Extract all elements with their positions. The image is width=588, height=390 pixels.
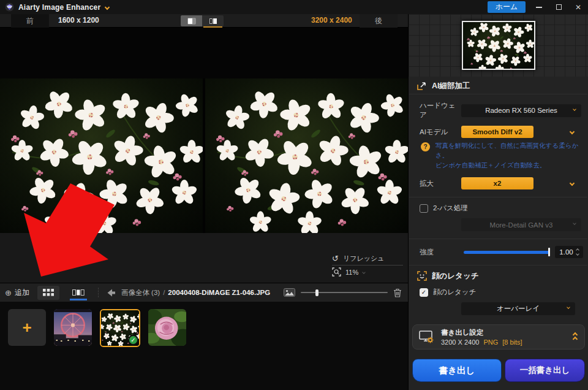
ai-enhance-icon [417,81,427,91]
back-arrow-icon[interactable] [107,289,116,297]
split-view-button[interactable] [202,15,224,26]
zoom-caret-icon [362,270,366,274]
home-button[interactable]: ホーム [488,1,526,13]
ai-model-caret-icon[interactable] [570,129,575,134]
hardware-select[interactable]: Radeon RX 560 Series [461,104,581,117]
export-buttons: 書き出し 一括書き出し [409,350,588,382]
spin-down-icon [576,252,579,256]
model-description: ? 写真を鮮明化にして、自然に高画質化する柔らかさ。 ピンボケ自動補正＋ノイズ自… [409,138,588,170]
model-desc-line1: 写真を鮮明化にして、自然に高画質化する柔らかさ。 [435,141,582,161]
before-size-label: 1600 x 1200 [58,16,99,25]
filmstrip-view-button[interactable] [67,286,89,300]
thumbnail-cherry-blossom-selected[interactable]: ✓ [100,309,140,347]
add-thumbnail-tile[interactable]: + [8,309,46,346]
bottom-toolbar: ⊕ 追加 画像全体 (3) / [0,283,408,302]
divider [409,265,587,266]
face-mode-caret-icon [567,305,570,309]
ai-model-row: AIモデル Smooth Diff v2 [409,126,588,138]
compare-photos [0,78,408,233]
grid-view-button[interactable] [37,286,59,300]
refresh-control[interactable]: ↺ リフレッシュ [332,252,403,265]
two-pass-caret-icon [573,221,576,225]
export-bit-depth: [8 bits] [502,338,522,346]
section-face-retouch[interactable]: 顔のレタッチ [409,268,588,284]
minimize-button[interactable] [529,0,549,14]
section-ai-enhance[interactable]: AI細部加工 [409,78,588,94]
face-checkbox-label: 顔のレタッチ [433,288,476,297]
zoom-icon [332,267,341,277]
model-desc-line2: ピンボケ自動補正＋ノイズ自動除去。 [435,161,582,170]
face-retouch-checkbox[interactable]: ✓ [420,288,428,297]
close-icon: ✕ [575,3,581,12]
grid-view-icon [43,289,54,296]
close-button[interactable]: ✕ [568,0,588,14]
image-viewer[interactable]: ↺ リフレッシュ 11% [0,28,408,283]
scale-pill[interactable]: x2 [461,177,533,189]
toolbar-right-group [284,288,402,297]
app-menu-caret-icon[interactable] [105,4,110,9]
viewer-header: 前 1600 x 1200 3200 x 2400 後 [0,14,408,28]
strength-spinner[interactable] [576,249,579,255]
titlebar: Aiarty Image Enhancer ホーム ✕ [0,0,588,14]
single-view-icon [187,18,196,25]
strength-label: 強度 [420,248,461,257]
maximize-button[interactable] [549,0,568,14]
thumbnail-size-slider[interactable] [301,288,388,297]
preview-thumbnail[interactable] [462,21,535,70]
two-pass-row: 2-パス処理 [409,204,588,213]
export-dimensions: 3200 X 2400 [441,338,479,346]
strength-slider-handle[interactable] [548,248,550,256]
hardware-row: ハードウェア Radeon RX 560 Series [409,101,588,120]
plus-icon: + [22,319,31,335]
strength-value-box[interactable]: 1.00 [555,246,583,258]
add-label: 追加 [15,288,29,298]
thumbnail-rose[interactable] [148,309,186,346]
face-mode-select[interactable]: オーバーレイ [461,302,575,315]
refresh-label: リフレッシュ [343,254,385,263]
hardware-label: ハードウェア [420,101,461,120]
scale-label: 拡大 [420,179,461,188]
thumbnail-size-icon [284,288,295,297]
two-pass-checkbox[interactable] [420,204,428,213]
divider [409,197,587,197]
filmstrip-active-underline [70,299,87,300]
settings-sidebar: AI細部加工 ハードウェア Radeon RX 560 Series AIモデル… [408,14,588,390]
export-settings-title: 書き出し設定 [441,328,522,337]
toolbar-divider [98,288,99,297]
single-view-button[interactable] [181,15,202,26]
before-image[interactable] [0,78,203,233]
slider-handle[interactable] [315,289,318,296]
minimize-icon [536,7,542,8]
export-area: 書き出し設定 3200 X 2400 PNG [8 bits] 書き出し 一括書… [409,323,588,390]
collapse-chevrons-icon[interactable] [573,333,577,341]
export-settings-card[interactable]: 書き出し設定 3200 X 2400 PNG [8 bits] [412,324,585,350]
zoom-control[interactable]: 11% [332,266,403,278]
two-pass-model-row: More-Detail GAN v3 [409,218,588,231]
add-circle-icon: ⊕ [5,289,12,297]
two-pass-model-select[interactable]: More-Detail GAN v3 [461,218,581,231]
viewer-tools: ↺ リフレッシュ 11% [332,252,403,278]
ai-model-pill[interactable]: Smooth Diff v2 [461,126,533,138]
breadcrumb-all-images[interactable]: 画像全体 (3) [121,288,160,297]
after-image[interactable] [205,78,408,233]
help-icon[interactable]: ? [421,142,430,151]
add-image-button[interactable]: ⊕ 追加 [5,288,29,298]
export-settings-icon [419,330,435,345]
export-button[interactable]: 書き出し [412,359,502,382]
strength-row: 強度 1.00 [409,246,588,258]
strength-slider[interactable] [464,248,549,256]
batch-export-button[interactable]: 一括書き出し [505,359,585,382]
viewer-column: 前 1600 x 1200 3200 x 2400 後 [0,14,408,390]
thumbnail-strip: + ✓ [0,302,408,390]
face-checkbox-row: ✓ 顔のレタッチ [409,288,588,297]
thumbnail-ferris-wheel[interactable] [54,309,92,346]
maximize-icon [556,4,562,10]
tab-after[interactable]: 後 [360,14,398,28]
trash-icon[interactable] [393,288,402,297]
face-mode-value: オーバーレイ [497,304,540,313]
filmstrip-view-icon [72,289,85,296]
tab-before[interactable]: 前 [11,14,49,28]
slider-track [301,292,388,293]
strength-slider-track [464,251,549,254]
scale-caret-icon[interactable] [570,181,575,186]
